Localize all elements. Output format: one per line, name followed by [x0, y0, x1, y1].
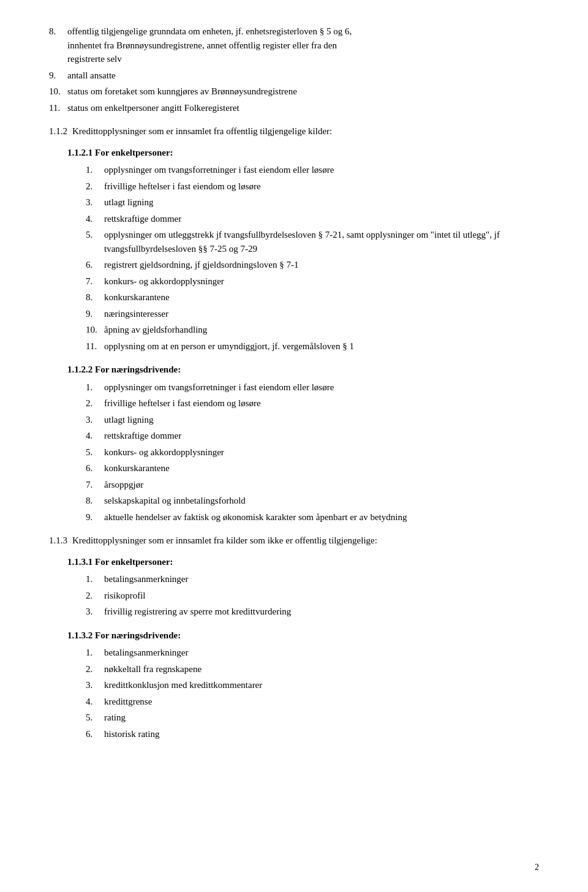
list-item: 10. status om foretaket som kunngjøres a…	[49, 85, 539, 99]
item-num: 5.	[86, 228, 104, 255]
item-num: 9.	[86, 510, 104, 524]
list-item: 5. rating	[86, 711, 539, 725]
subsection-heading: 1.1.3.1 For enkeltpersoner:	[49, 555, 539, 569]
subsection-1121: 1.1.2.1 For enkeltpersoner: 1. opplysnin…	[49, 146, 539, 353]
item-num: 9.	[49, 69, 67, 83]
item-text: utlagt ligning	[104, 195, 539, 210]
item-num: 4.	[86, 429, 104, 443]
list-item: 4. rettskraftige dommer	[86, 429, 539, 443]
item-text: betalingsanmerkninger	[104, 646, 539, 660]
item-text: opplysninger om tvangsforretninger i fas…	[104, 163, 539, 177]
list-item: 3. frivillig registrering av sperre mot …	[86, 605, 539, 619]
list-item: 2. frivillige heftelser i fast eiendom o…	[86, 180, 539, 194]
item-text: rettskraftige dommer	[104, 429, 539, 443]
subsection-1122-list: 1. opplysninger om tvangsforretninger i …	[49, 380, 539, 524]
item-text: utlagt ligning	[104, 413, 539, 427]
subsection-heading-text: 1.1.3.1 For enkeltpersoner:	[67, 557, 173, 567]
list-item: 7. konkurs- og akkordopplysninger	[86, 274, 539, 289]
list-item: 6. historisk rating	[86, 727, 539, 741]
list-item: 5. opplysninger om utleggstrekk jf tvang…	[86, 228, 539, 255]
item-num: 5.	[86, 711, 104, 725]
item-text: frivillig registrering av sperre mot kre…	[104, 605, 539, 619]
item-num: 3.	[86, 605, 104, 619]
item-num: 2.	[86, 180, 104, 194]
list-item: 6. konkurskarantene	[86, 461, 539, 475]
list-item: 10. åpning av gjeldsforhandling	[86, 323, 539, 337]
section-num: 1.1.3	[49, 534, 67, 548]
list-item: 1. betalingsanmerkninger	[86, 572, 539, 586]
subsection-1132: 1.1.3.2 For næringsdrivende: 1. betaling…	[49, 629, 539, 741]
item-num: 2.	[86, 589, 104, 603]
subsection-heading-text: 1.1.2.1 For enkeltpersoner:	[67, 148, 173, 157]
item-text: betalingsanmerkninger	[104, 572, 539, 586]
item-text: status om foretaket som kunngjøres av Br…	[67, 85, 539, 99]
item-num: 1.	[86, 163, 104, 177]
item-num: 3.	[86, 678, 104, 692]
section-heading-text: Kredittopplysninger som er innsamlet fra…	[72, 534, 377, 548]
item-num: 1.	[86, 380, 104, 395]
item-num: 4.	[86, 212, 104, 226]
item-text: kredittgrense	[104, 695, 539, 709]
subsection-1132-list: 1. betalingsanmerkninger 2. nøkkeltall f…	[49, 646, 539, 741]
top-items-section: 8. offentlig tilgjengelige grunndata om …	[49, 25, 539, 115]
list-item: 1. betalingsanmerkninger	[86, 646, 539, 660]
item-text: historisk rating	[104, 727, 539, 741]
list-item: 2. frivillige heftelser i fast eiendom o…	[86, 396, 539, 410]
item-text: konkurskarantene	[104, 290, 539, 304]
item-text: frivillige heftelser i fast eiendom og l…	[104, 396, 539, 410]
main-content: 8. offentlig tilgjengelige grunndata om …	[49, 25, 539, 741]
list-item: 6. registrert gjeldsordning, jf gjeldsor…	[86, 258, 539, 272]
item-text: årsoppgjør	[104, 478, 539, 492]
item-num: 1.	[86, 646, 104, 660]
item-num: 2.	[86, 396, 104, 410]
item-text: risikoprofil	[104, 589, 539, 603]
item-text: offentlig tilgjengelige grunndata om enh…	[67, 25, 539, 66]
list-item: 8. offentlig tilgjengelige grunndata om …	[49, 25, 539, 66]
item-text: opplysninger om utleggstrekk jf tvangsfu…	[104, 228, 539, 255]
item-text: status om enkeltpersoner angitt Folkereg…	[67, 101, 539, 115]
list-item: 11. status om enkeltpersoner angitt Folk…	[49, 101, 539, 115]
item-num: 6.	[86, 727, 104, 741]
list-item: 2. risikoprofil	[86, 589, 539, 603]
item-num: 11.	[49, 101, 67, 115]
item-text: opplysninger om tvangsforretninger i fas…	[104, 380, 539, 395]
item-num: 1.	[86, 572, 104, 586]
list-item: 2. nøkkeltall fra regnskapene	[86, 662, 539, 676]
list-item: 1. opplysninger om tvangsforretninger i …	[86, 380, 539, 395]
item-num: 10.	[49, 85, 67, 99]
item-num: 6.	[86, 461, 104, 475]
list-item: 4. rettskraftige dommer	[86, 212, 539, 226]
list-item: 9. næringsinteresser	[86, 307, 539, 321]
subsection-heading: 1.1.2.1 For enkeltpersoner:	[49, 146, 539, 160]
section-heading: 1.1.3 Kredittopplysninger som er innsaml…	[49, 534, 539, 548]
list-item: 8. selskapskapital og innbetalingsforhol…	[86, 494, 539, 508]
subsection-1122: 1.1.2.2 For næringsdrivende: 1. opplysni…	[49, 363, 539, 524]
item-text: selskapskapital og innbetalingsforhold	[104, 494, 539, 508]
item-text: aktuelle hendelser av faktisk og økonomi…	[104, 510, 539, 524]
item-num: 8.	[49, 25, 67, 66]
item-num: 5.	[86, 445, 104, 459]
subsection-heading-text: 1.1.2.2 For næringsdrivende:	[67, 365, 181, 374]
page-number: 2	[535, 861, 539, 874]
item-text: næringsinteresser	[104, 307, 539, 321]
subsection-heading: 1.1.2.2 For næringsdrivende:	[49, 363, 539, 377]
item-num: 3.	[86, 413, 104, 427]
item-text: rettskraftige dommer	[104, 212, 539, 226]
subsection-heading-text: 1.1.3.2 For næringsdrivende:	[67, 630, 181, 640]
item-num: 2.	[86, 662, 104, 676]
item-num: 8.	[86, 290, 104, 304]
section-heading-text: Kredittopplysninger som er innsamlet fra…	[72, 124, 332, 138]
item-num: 7.	[86, 274, 104, 289]
item-text: rating	[104, 711, 539, 725]
item-num: 3.	[86, 195, 104, 210]
item-num: 11.	[86, 339, 104, 353]
item-num: 7.	[86, 478, 104, 492]
item-num: 4.	[86, 695, 104, 709]
list-item: 5. konkurs- og akkordopplysninger	[86, 445, 539, 459]
section-113: 1.1.3 Kredittopplysninger som er innsaml…	[49, 534, 539, 741]
subsection-heading: 1.1.3.2 For næringsdrivende:	[49, 629, 539, 643]
item-num: 8.	[86, 494, 104, 508]
item-text: åpning av gjeldsforhandling	[104, 323, 539, 337]
item-num: 6.	[86, 258, 104, 272]
list-item: 9. antall ansatte	[49, 69, 539, 83]
